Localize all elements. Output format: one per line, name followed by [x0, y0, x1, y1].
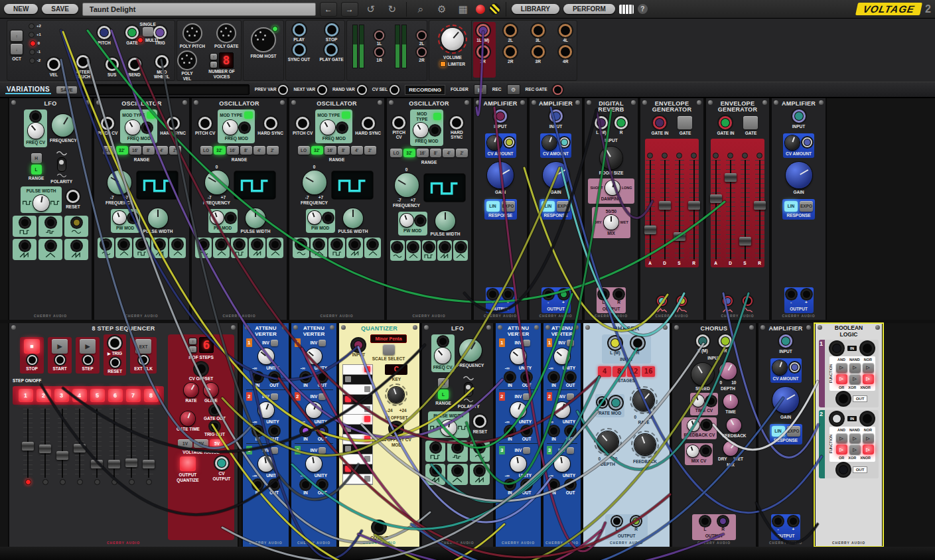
logic-out-jack[interactable]	[837, 463, 850, 476]
phaser-out-l-jack[interactable]	[612, 516, 622, 526]
slider-handle[interactable]	[143, 460, 155, 468]
stage-cell[interactable]: 4	[598, 366, 611, 377]
feedback-knob[interactable]	[727, 418, 741, 433]
slider-handle[interactable]	[22, 442, 34, 451]
multi-out-jack[interactable]	[532, 45, 545, 58]
range-button-32[interactable]: 32'	[311, 146, 323, 155]
mod-type-button[interactable]	[342, 111, 350, 119]
osc-out-jack-pulse[interactable]	[424, 242, 434, 252]
cv-amount-jack[interactable]	[802, 137, 812, 147]
slider-handle[interactable]	[710, 194, 722, 203]
osc-out-jack-saw[interactable]	[350, 240, 360, 249]
start-jack[interactable]	[55, 355, 65, 365]
pulse-width-knob[interactable]	[148, 208, 168, 228]
slider-handle[interactable]	[108, 460, 120, 468]
lfo-out-jack-tri[interactable]	[453, 466, 463, 476]
logic-in-jack[interactable]	[830, 412, 843, 425]
multi-out-jack[interactable]	[504, 24, 517, 37]
hard-sync-jack[interactable]	[264, 117, 277, 130]
mix-cv-knob[interactable]	[687, 445, 699, 457]
mod-type-button[interactable]	[433, 113, 441, 120]
multi-out-jack[interactable]	[559, 45, 572, 58]
multi-out-jack[interactable]	[532, 24, 545, 37]
slider-handle[interactable]	[56, 451, 68, 460]
inv-button[interactable]	[271, 340, 278, 346]
att-knob[interactable]	[258, 348, 274, 364]
transport-jack-play[interactable]	[293, 23, 306, 36]
adsr-slider-S[interactable]	[741, 160, 750, 259]
voltage-range-1v[interactable]: 1V	[178, 439, 192, 448]
range-button-2[interactable]: 2'	[267, 146, 279, 155]
adsr-slider-S[interactable]	[675, 160, 684, 259]
range-button-16[interactable]: 16'	[227, 146, 239, 155]
pitch-cv-jack[interactable]	[296, 117, 309, 130]
mix-cv-jack[interactable]	[701, 446, 711, 456]
range-button-32[interactable]: 32'	[403, 149, 415, 157]
save-button[interactable]: SAVE	[42, 4, 78, 14]
slider-handle[interactable]	[725, 173, 737, 182]
reset-jack[interactable]	[66, 190, 80, 203]
main-out-2l[interactable]	[417, 31, 427, 40]
cv-output-jack[interactable]	[215, 456, 228, 470]
lfo-out-jack-sine[interactable]	[72, 218, 82, 228]
freq-mod-knob[interactable]	[413, 123, 428, 137]
range-button-16[interactable]: 16'	[324, 146, 336, 155]
gate-button-nor[interactable]: ▷	[863, 363, 874, 373]
reverb-input-r-jack[interactable]	[614, 116, 628, 129]
multi-out-jack[interactable]	[504, 45, 517, 58]
transport-jack-stop[interactable]	[325, 23, 338, 36]
polarity-switch[interactable]	[57, 157, 66, 172]
step-jack[interactable]	[83, 355, 93, 365]
note-button[interactable]	[364, 386, 370, 392]
pw-mod-jack[interactable]	[226, 213, 236, 223]
multi-out-jack[interactable]	[559, 24, 572, 37]
step-button-6[interactable]: 6	[108, 389, 123, 402]
inv-button[interactable]	[523, 340, 530, 346]
range-button-16[interactable]: 16'	[129, 146, 141, 155]
freq-mod-knob[interactable]	[125, 120, 140, 135]
output-plus-jack[interactable]	[788, 516, 798, 526]
range-button-32[interactable]: 32'	[116, 146, 128, 155]
gate-time-knob[interactable]	[180, 411, 195, 426]
trig-jack[interactable]	[108, 336, 121, 350]
logic-out-jack[interactable]	[837, 392, 850, 405]
reverb-out-r-jack[interactable]	[614, 289, 624, 299]
range-button-8[interactable]: 8'	[338, 146, 350, 155]
stop-button[interactable]: ■	[24, 339, 40, 354]
att-out-jack[interactable]	[565, 372, 575, 382]
step-slider-2[interactable]	[40, 409, 50, 478]
main-out-1l[interactable]	[374, 31, 384, 40]
range-button-LO[interactable]: LO	[298, 146, 310, 155]
range-button-8[interactable]: 8'	[240, 146, 252, 155]
gate-in-jack[interactable]	[719, 116, 732, 129]
mix-knob[interactable]	[604, 215, 618, 230]
att-out-jack[interactable]	[269, 426, 279, 436]
rate-knob[interactable]	[184, 383, 198, 397]
output-plus-jack[interactable]	[802, 289, 812, 299]
gate-button-nand[interactable]: ▷	[849, 433, 861, 443]
oct-up-button[interactable]: ↑	[10, 30, 23, 42]
slider-handle[interactable]	[659, 201, 671, 210]
mix-knob[interactable]	[723, 441, 738, 456]
output-plus-jack[interactable]	[503, 289, 513, 299]
inv-button[interactable]	[319, 447, 326, 454]
single-multi-toggle[interactable]	[143, 27, 153, 36]
osc-out-jack-pulse[interactable]	[332, 240, 342, 249]
stage-cell[interactable]: 16	[642, 366, 655, 377]
range-button-LO[interactable]: LO	[390, 149, 402, 157]
osc-out-jack-tri[interactable]	[368, 240, 378, 249]
osc-out-jack-tri[interactable]	[119, 240, 129, 249]
gate-button[interactable]	[743, 116, 758, 129]
gain-knob[interactable]	[786, 162, 812, 188]
pw-mod-jack[interactable]	[323, 213, 333, 223]
frequency-knob[interactable]	[303, 171, 326, 194]
att-in-jack[interactable]	[505, 372, 515, 382]
stop-jack[interactable]	[27, 355, 37, 365]
main-out-2r[interactable]	[417, 47, 427, 57]
feedback-knob[interactable]	[634, 434, 656, 455]
gate-button-xor[interactable]: ▷	[849, 445, 861, 455]
feedback-cv-jack[interactable]	[701, 420, 711, 430]
note-button[interactable]	[364, 416, 370, 422]
output-minus-jack[interactable]	[773, 516, 783, 526]
step-button-1[interactable]: 1	[19, 389, 33, 402]
